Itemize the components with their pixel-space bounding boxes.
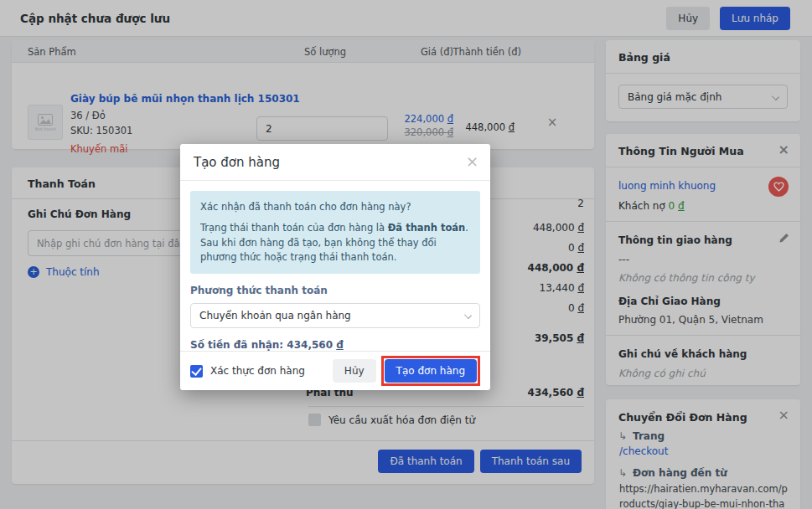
payment-method-label: Phương thức thanh toán [190,285,480,296]
modal-footer: Xác thực đơn hàng Hủy Tạo đơn hàng [180,351,490,390]
modal-actions: Hủy Tạo đơn hàng [333,356,480,386]
order-edit-page: Cập nhật chưa được lưu Hủy Lưu nháp Sản … [0,0,812,509]
verify-order-checkbox[interactable] [190,365,203,378]
close-icon[interactable]: × [466,152,478,170]
amount-received-text: Số tiền đã nhận: 434,560 đ [190,339,480,351]
info-paragraph: Trạng thái thanh toán của đơn hàng là Đã… [200,221,470,265]
modal-cancel-button[interactable]: Hủy [333,359,376,383]
payment-method-selected: Chuyển khoản qua ngân hàng [199,310,351,321]
modal-body: Xác nhận đã thanh toán cho đơn hàng này?… [180,181,490,361]
modal-title: Tạo đơn hàng [194,155,280,170]
chevron-down-icon [464,311,472,319]
create-order-modal: Tạo đơn hàng × Xác nhận đã thanh toán ch… [180,144,490,390]
payment-confirmation-infobox: Xác nhận đã thanh toán cho đơn hàng này?… [190,191,480,274]
action-highlight-rectangle: Tạo đơn hàng [381,356,480,386]
create-order-button[interactable]: Tạo đơn hàng [385,359,477,383]
info-question: Xác nhận đã thanh toán cho đơn hàng này? [200,200,470,214]
verify-order-row: Xác thực đơn hàng [190,365,305,378]
payment-method-select[interactable]: Chuyển khoản qua ngân hàng [190,303,480,328]
verify-order-label: Xác thực đơn hàng [210,365,305,377]
modal-header: Tạo đơn hàng × [180,144,490,181]
paid-status-bold: Đã thanh toán [388,222,466,234]
